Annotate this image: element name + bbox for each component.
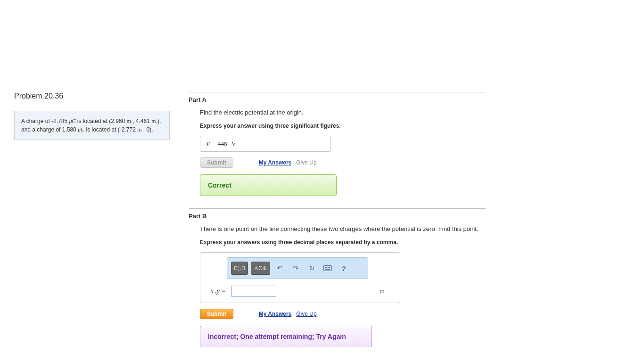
svg-rect-8 xyxy=(329,267,330,268)
stmt-unit: μC xyxy=(69,118,75,124)
answer-lhs: x ,y = xyxy=(206,288,226,295)
stmt-unit: μC xyxy=(78,126,84,133)
part-a-instruction: Express your answer using three signific… xyxy=(200,123,486,129)
part-a-answer-display: V = 448 V xyxy=(200,136,331,152)
equation-toolbar: x √ ΑΣΦ ↶ ↷ ↻ xyxy=(227,257,368,279)
answer-input[interactable] xyxy=(231,286,276,297)
redo-button[interactable]: ↷ xyxy=(289,262,302,275)
answer-unit: V xyxy=(231,140,236,147)
reset-button[interactable]: ↻ xyxy=(305,262,318,275)
stmt-unit: m xyxy=(137,126,141,133)
answer-value: 448 xyxy=(218,140,227,147)
help-button[interactable]: ? xyxy=(337,262,350,275)
undo-button[interactable]: ↶ xyxy=(273,262,286,275)
answer-eq: = xyxy=(210,140,216,147)
my-answers-link[interactable]: My Answers xyxy=(259,159,292,166)
svg-text:√: √ xyxy=(240,266,242,271)
divider xyxy=(189,208,486,209)
problem-title: Problem 20.36 xyxy=(14,92,170,100)
answer-var: V xyxy=(206,140,210,147)
part-b-label: Part B xyxy=(189,213,486,220)
greek-tool-button[interactable]: ΑΣΦ xyxy=(251,262,270,275)
my-answers-link[interactable]: My Answers xyxy=(259,311,292,317)
part-a-label: Part A xyxy=(189,96,486,103)
math-template-icon: x √ xyxy=(234,264,245,272)
part-b-prompt: There is one point on the line connectin… xyxy=(200,225,486,232)
svg-text:x: x xyxy=(238,266,239,269)
template-tool-button[interactable]: x √ xyxy=(231,262,248,275)
divider xyxy=(189,92,486,92)
stmt-text: is located at (-2.772 xyxy=(84,126,137,133)
give-up-link: Give Up xyxy=(296,159,316,166)
submit-button: Submit xyxy=(200,157,233,168)
stmt-text: A charge of -2.785 xyxy=(21,118,69,124)
svg-rect-6 xyxy=(326,267,327,268)
feedback-incorrect: Incorrect; One attempt remaining; Try Ag… xyxy=(200,326,372,347)
stmt-text: , 0). xyxy=(142,126,153,133)
svg-rect-3 xyxy=(242,267,245,270)
svg-rect-0 xyxy=(235,267,237,270)
answer-unit: m xyxy=(380,288,385,295)
part-a-prompt: Find the electric potential at the origi… xyxy=(200,109,486,116)
svg-rect-7 xyxy=(328,267,329,268)
svg-rect-5 xyxy=(325,267,326,268)
keyboard-icon xyxy=(323,265,332,271)
feedback-correct: Correct xyxy=(200,174,337,196)
svg-rect-4 xyxy=(324,266,332,271)
stmt-unit: m xyxy=(151,118,156,124)
keyboard-button[interactable] xyxy=(321,262,334,275)
give-up-link[interactable]: Give Up xyxy=(296,311,316,317)
part-b-answer-area: x √ ΑΣΦ ↶ ↷ ↻ xyxy=(200,252,400,303)
part-b-instruction: Express your answers using three decimal… xyxy=(200,239,486,246)
stmt-text: , 4.461 xyxy=(131,118,151,124)
svg-rect-9 xyxy=(325,269,330,270)
problem-statement: A charge of -2.785 μC is located at (2.9… xyxy=(14,111,170,140)
stmt-text: is located at (2.960 xyxy=(75,118,126,124)
stmt-unit: m xyxy=(127,118,131,124)
submit-button[interactable]: Submit xyxy=(200,309,233,319)
